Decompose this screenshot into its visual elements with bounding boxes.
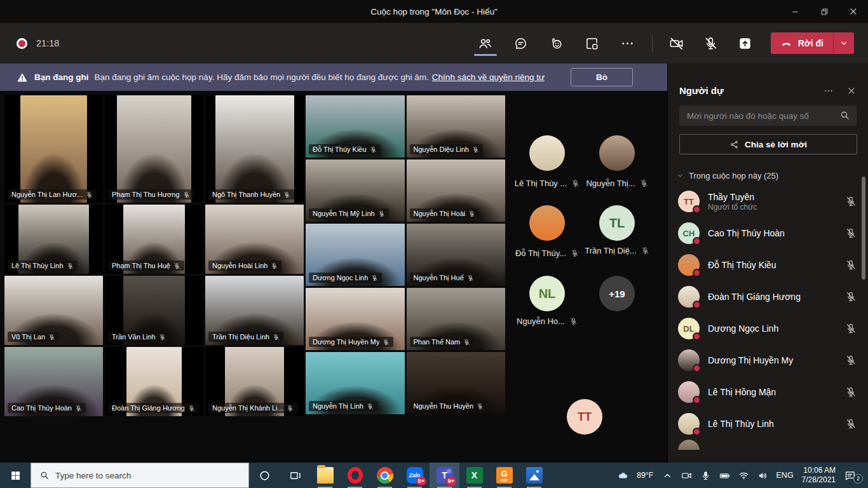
- taskbar-app-zalo[interactable]: Zalo 5+: [400, 463, 430, 488]
- video-tile[interactable]: Ngô Thị Thanh Huyền: [205, 95, 304, 203]
- share-screen-button[interactable]: [736, 30, 754, 56]
- mic-off-button[interactable]: [702, 30, 720, 56]
- participant-row[interactable]: [668, 440, 868, 450]
- participant-row[interactable]: Đỗ Thị Thúy Kiều: [668, 249, 868, 281]
- overflow-participant[interactable]: TL Trần Thị Diệ...: [582, 205, 652, 255]
- video-tile[interactable]: Nguyễn Thị Khánh Li...: [205, 347, 304, 416]
- status-busy-dot: [693, 364, 701, 372]
- video-tile[interactable]: Nguyễn Hoài Linh: [205, 205, 304, 274]
- video-tile[interactable]: Nguyễn Thị Hoài: [407, 159, 506, 222]
- share-invite-button[interactable]: Chia sẻ lời mời: [679, 134, 857, 154]
- taskbar-clock[interactable]: 10:06 AM 7/28/2021: [802, 466, 836, 485]
- video-tile[interactable]: Dương Thị Huyền My: [306, 288, 405, 350]
- video-tile[interactable]: Cao Thị Thúy Hoàn: [4, 347, 103, 416]
- mic-off-icon: [463, 339, 470, 346]
- task-view-button[interactable]: [280, 463, 310, 488]
- minimize-button[interactable]: [780, 0, 810, 23]
- video-tile[interactable]: Nguyễn Thị Linh: [306, 352, 405, 414]
- mic-off-icon[interactable]: [845, 418, 857, 430]
- mic-off-icon[interactable]: [845, 227, 857, 239]
- battery-icon[interactable]: [719, 470, 730, 481]
- video-tile[interactable]: Phạm Thị Thu Hương: [105, 95, 203, 203]
- taskbar-app-file-explorer[interactable]: [310, 463, 340, 488]
- participant-row[interactable]: Dương Thị Huyền My: [668, 344, 868, 376]
- taskbar-app-opera[interactable]: [340, 463, 370, 488]
- video-tile[interactable]: Phạm Thị Thu Huệ: [105, 205, 203, 274]
- panel-scrollbar-thumb[interactable]: [862, 177, 865, 280]
- mic-off-icon[interactable]: [845, 323, 857, 334]
- video-tile[interactable]: Đỗ Thị Thúy Kiều: [306, 95, 405, 158]
- mic-off-icon[interactable]: [845, 355, 857, 366]
- participant-row[interactable]: Lê Thị Thùy Linh: [668, 408, 868, 440]
- panel-more-button[interactable]: [824, 86, 834, 96]
- participant-row[interactable]: CH Cao Thị Thúy Hoàn: [668, 217, 868, 249]
- taskbar-search-input[interactable]: [55, 471, 214, 480]
- mic-off-icon[interactable]: [845, 196, 857, 207]
- in-meeting-section-header[interactable]: Trong cuộc họp này (25): [677, 171, 857, 180]
- reactions-button[interactable]: [548, 30, 566, 56]
- video-tile[interactable]: Phan Thế Nam: [407, 288, 506, 350]
- video-tile[interactable]: Nguyễn Diệu Linh: [407, 95, 506, 158]
- chat-button[interactable]: [512, 30, 530, 56]
- video-tile[interactable]: Trần Thị Diệu Linh: [205, 276, 304, 345]
- video-tile[interactable]: Nguyễn Thu Huyền: [407, 352, 506, 414]
- panel-close-button[interactable]: [846, 86, 857, 96]
- privacy-policy-link[interactable]: Chính sách về quyền riêng tư: [432, 72, 545, 82]
- cortana-button[interactable]: [249, 463, 280, 488]
- participant-row[interactable]: DL Dương Ngọc Linh: [668, 313, 868, 344]
- volume-icon[interactable]: [757, 470, 768, 481]
- participant-row[interactable]: TT Thầy Tuyên Người tổ chức: [668, 186, 868, 217]
- overflow-participant[interactable]: Nguyễn Thị...: [582, 135, 652, 188]
- participant-row[interactable]: Đoàn Thị Giáng Hương: [668, 281, 868, 313]
- language-indicator[interactable]: ENG: [776, 471, 794, 480]
- wifi-icon[interactable]: [738, 470, 749, 481]
- overflow-participant[interactable]: Lê Thị Thùy ...: [512, 135, 582, 188]
- meet-now-icon[interactable]: [681, 470, 692, 481]
- leave-options-button[interactable]: [833, 32, 854, 54]
- breakout-rooms-button[interactable]: [583, 30, 601, 56]
- participant-name: Trần Thị Diệ...: [585, 246, 637, 255]
- participant-name-chip: Trần Văn Linh: [108, 332, 170, 342]
- taskbar-app-gpdf[interactable]: GPDF: [489, 463, 519, 488]
- video-tile[interactable]: Đoàn Thị Giáng Hương: [105, 347, 203, 416]
- video-tile[interactable]: Lê Thị Thùy Linh: [4, 205, 103, 274]
- taskbar-app-teams[interactable]: T 9+: [430, 463, 459, 488]
- weather-temp[interactable]: 89°F: [637, 471, 654, 480]
- participant-row[interactable]: Lê Thị Hồng Mận: [668, 376, 868, 408]
- overflow-participant[interactable]: Đỗ Thị Thúy...: [512, 205, 582, 258]
- mic-off-icon[interactable]: [845, 259, 857, 271]
- self-video-cell[interactable]: TT: [567, 399, 602, 435]
- dismiss-banner-button[interactable]: Bỏ: [571, 68, 633, 86]
- video-tile[interactable]: Dương Ngọc Linh: [306, 224, 405, 286]
- leave-button[interactable]: Rời đi: [771, 32, 833, 54]
- mic-off-icon: [640, 179, 648, 187]
- close-button[interactable]: [839, 0, 868, 23]
- taskbar-search[interactable]: [31, 463, 249, 488]
- participants-button[interactable]: [477, 30, 494, 56]
- action-center-button[interactable]: 2: [844, 470, 860, 482]
- taskbar-app-photos[interactable]: [519, 463, 549, 488]
- mic-off-icon[interactable]: [845, 386, 857, 398]
- video-tile[interactable]: Nguyễn Thị Huế: [407, 224, 506, 286]
- participant-name: Nguyễn Thị...: [586, 179, 635, 188]
- video-tile[interactable]: Nguyễn Thị Mỹ Linh: [306, 159, 405, 222]
- video-tile[interactable]: Vũ Thị Lan: [4, 276, 103, 345]
- more-actions-button[interactable]: [619, 30, 637, 56]
- microphone-tray-icon[interactable]: [700, 470, 711, 481]
- participant-name-chip: Nguyễn Thị Lan Hươ...: [8, 189, 97, 200]
- mic-off-icon: [571, 249, 579, 257]
- video-tile[interactable]: Nguyễn Thị Lan Hươ...: [4, 95, 103, 203]
- video-tile[interactable]: Trần Văn Linh: [105, 276, 203, 345]
- overflow-participant[interactable]: +19: [582, 276, 652, 311]
- start-button[interactable]: [0, 463, 31, 488]
- taskbar-app-chrome[interactable]: [370, 463, 400, 488]
- tray-overflow-icon[interactable]: [662, 470, 673, 481]
- taskbar-app-excel[interactable]: X: [459, 463, 489, 488]
- restore-button[interactable]: [810, 0, 839, 23]
- camera-off-button[interactable]: [668, 30, 686, 56]
- mic-off-icon[interactable]: [845, 291, 857, 302]
- cortana-icon: [259, 470, 271, 482]
- weather-cloud-icon[interactable]: [618, 470, 628, 481]
- overflow-participant[interactable]: NL Nguyễn Ho...: [512, 276, 582, 326]
- invite-search-input[interactable]: [679, 105, 857, 126]
